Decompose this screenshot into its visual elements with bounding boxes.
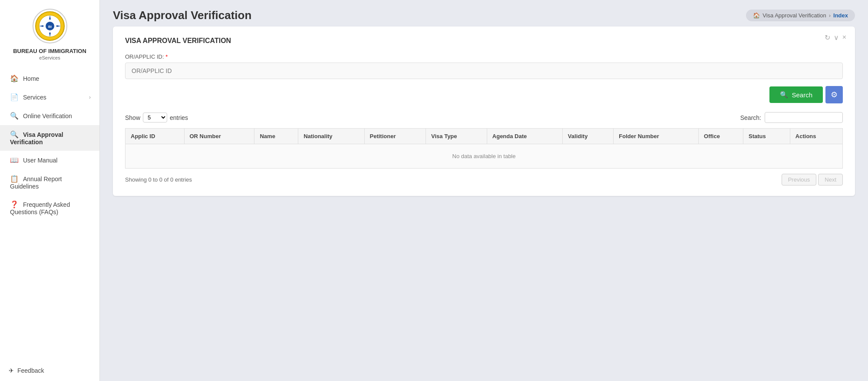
col-office: Office <box>699 129 743 144</box>
col-petitioner: Petitioner <box>364 129 426 144</box>
sidebar-item-visa-approval[interactable]: 🔍Visa Approval Verification <box>0 125 99 151</box>
no-data-row: No data available in table <box>125 144 843 169</box>
visa-icon: 🔍 <box>10 131 19 138</box>
no-data-message: No data available in table <box>125 144 843 169</box>
sidebar-item-user-manual[interactable]: 📖User Manual <box>0 151 99 169</box>
table-body: No data available in table <box>125 144 843 169</box>
chevron-right-icon: › <box>89 94 91 100</box>
table-search-control: Search: <box>740 112 843 123</box>
table-controls: Show 5 10 25 50 100 entries Search: <box>125 112 843 123</box>
col-folder-number: Folder Number <box>614 129 699 144</box>
sidebar-navigation: 🏠Home 📄Services › 🔍Online Verification 🔍… <box>0 69 99 221</box>
table-scroll-area[interactable]: Applic ID OR Number Name Nationality Pet… <box>125 128 843 169</box>
page-title: Visa Approval Verification <box>113 9 251 22</box>
main-content: Visa Approval Verification 🏠 Visa Approv… <box>100 0 868 381</box>
table-footer: Showing 0 to 0 of 0 entries Previous Nex… <box>125 174 843 186</box>
col-visa-type: Visa Type <box>426 129 487 144</box>
or-applic-id-label: OR/APPLIC ID: * <box>125 53 843 60</box>
annual-report-icon: 📋 <box>10 175 19 182</box>
showing-entries-text: Showing 0 to 0 of 0 entries <box>125 176 192 183</box>
entries-label: entries <box>170 114 188 121</box>
col-applic-id: Applic ID <box>125 129 185 144</box>
show-entries-control: Show 5 10 25 50 100 entries <box>125 113 188 123</box>
user-manual-icon: 📖 <box>10 156 19 164</box>
sidebar-item-home[interactable]: 🏠Home <box>0 69 99 88</box>
org-name: BUREAU OF IMMIGRATION <box>13 48 86 54</box>
col-name: Name <box>254 129 298 144</box>
org-logo: BI <box>33 9 67 43</box>
page-header: Visa Approval Verification 🏠 Visa Approv… <box>100 0 868 27</box>
breadcrumb-parent: Visa Approval Verification <box>762 12 826 19</box>
col-actions: Actions <box>790 129 842 144</box>
home-icon: 🏠 <box>10 75 19 82</box>
table-search-label: Search: <box>740 114 761 121</box>
card-refresh-button[interactable]: ↻ <box>825 33 830 42</box>
or-applic-id-input[interactable] <box>125 63 843 79</box>
col-agenda-date: Agenda Date <box>487 129 562 144</box>
faq-icon: ❓ <box>10 201 19 208</box>
previous-button[interactable]: Previous <box>782 174 817 186</box>
sidebar-item-online-verification[interactable]: 🔍Online Verification <box>0 106 99 125</box>
or-applic-id-group: OR/APPLIC ID: * <box>125 53 843 79</box>
required-mark: * <box>165 53 168 60</box>
show-label: Show <box>125 114 140 121</box>
col-status: Status <box>743 129 790 144</box>
breadcrumb-separator: › <box>829 12 831 19</box>
search-button[interactable]: 🔍 Search <box>769 86 823 103</box>
card-title: VISA APPROVAL VERIFICATION <box>125 37 843 45</box>
table-search-input[interactable] <box>765 112 843 123</box>
data-table: Applic ID OR Number Name Nationality Pet… <box>125 128 843 169</box>
next-button[interactable]: Next <box>818 174 843 186</box>
col-nationality: Nationality <box>298 129 364 144</box>
breadcrumb: 🏠 Visa Approval Verification › Index <box>746 10 855 21</box>
search-button-label: Search <box>792 91 812 99</box>
gear-icon: ⚙ <box>831 90 838 99</box>
verification-card: VISA APPROVAL VERIFICATION ↻ ∨ × OR/APPL… <box>113 27 855 196</box>
table-header-row: Applic ID OR Number Name Nationality Pet… <box>125 129 843 144</box>
org-sub: eServices <box>39 55 60 60</box>
breadcrumb-current: Index <box>833 12 848 19</box>
services-icon: 📄 <box>10 93 19 101</box>
sidebar-item-services[interactable]: 📄Services › <box>0 88 99 106</box>
table-header: Applic ID OR Number Name Nationality Pet… <box>125 129 843 144</box>
svg-text:BI: BI <box>48 25 52 29</box>
feedback-icon: ✈ <box>9 367 14 374</box>
gear-button[interactable]: ⚙ <box>825 86 843 103</box>
entries-select[interactable]: 5 10 25 50 100 <box>143 113 167 123</box>
sidebar-item-annual-report[interactable]: 📋Annual Report Guidelines <box>0 169 99 195</box>
sidebar: BI BUREAU OF IMMIGRATION eServices 🏠Home… <box>0 0 100 381</box>
sidebar-item-faqs[interactable]: ❓Frequently Asked Questions (FAQs) <box>0 195 99 221</box>
card-controls: ↻ ∨ × <box>825 33 846 42</box>
breadcrumb-home-icon: 🏠 <box>753 12 760 19</box>
feedback-label: Feedback <box>17 367 44 374</box>
col-validity: Validity <box>562 129 613 144</box>
online-verification-icon: 🔍 <box>10 112 19 119</box>
search-button-icon: 🔍 <box>780 91 788 99</box>
card-close-button[interactable]: × <box>842 33 846 42</box>
col-or-number: OR Number <box>184 129 254 144</box>
pagination: Previous Next <box>782 174 843 186</box>
form-actions: 🔍 Search ⚙ <box>125 86 843 103</box>
feedback-item[interactable]: ✈ Feedback <box>0 360 99 381</box>
card-collapse-button[interactable]: ∨ <box>834 33 839 42</box>
